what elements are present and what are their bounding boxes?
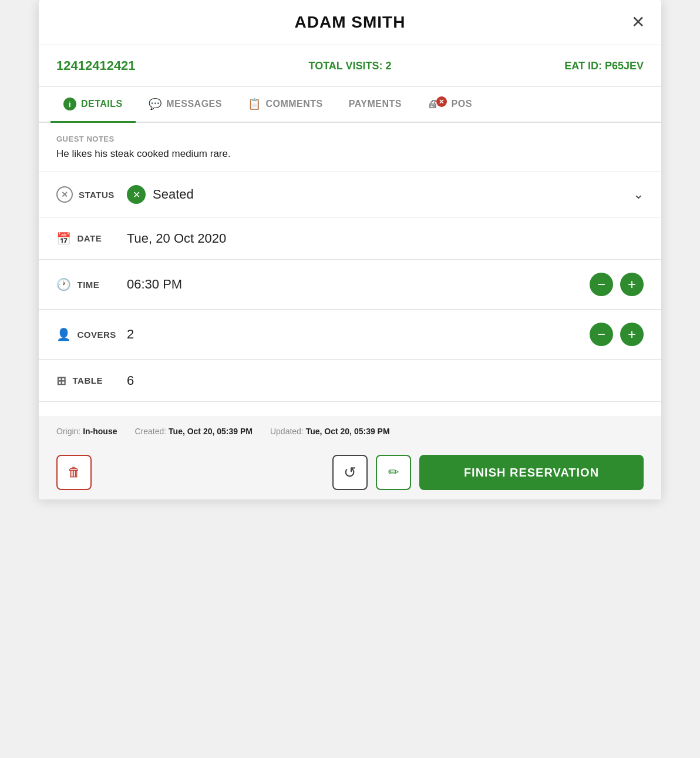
details-icon: i [63,98,76,110]
time-row: 🕐 TIME 06:30 PM − + [39,260,661,310]
status-row: ✕ STATUS ✕ Seated ⌄ [39,172,661,217]
origin-value: In-house [83,427,117,436]
reservation-modal: ADAM SMITH ✕ 12412412421 TOTAL VISITS: 2… [39,0,661,499]
clock-icon: 🕐 [56,277,72,291]
action-bar: 🗑 ↺ ✏ FINISH RESERVATION [39,445,661,499]
table-value: 6 [127,373,644,388]
modal-header: ADAM SMITH ✕ [39,0,661,45]
created-value: Tue, Oct 20, 05:39 PM [169,427,253,436]
pos-x-icon: ✕ [436,96,447,107]
eat-id-value: P65JEV [605,60,644,72]
trash-icon: 🗑 [68,465,80,480]
covers-actions: − + [590,323,644,346]
guest-name-title: ADAM SMITH [295,13,406,32]
guest-notes-label: GUEST NOTES [56,135,644,143]
date-row: 📅 DATE Tue, 20 Oct 2020 [39,217,661,260]
table-icon: ⊞ [56,374,67,388]
guest-notes-section: GUEST NOTES He likes his steak cooked me… [39,123,661,172]
tab-bar: i DETAILS 💬 MESSAGES 📋 COMMENTS PAYMENTS… [39,87,661,123]
finish-reservation-button[interactable]: FINISH RESERVATION [419,455,644,490]
total-visits-label: TOTAL VISITS: [308,60,382,72]
tab-details-label: DETAILS [81,99,123,109]
info-row: 12412412421 TOTAL VISITS: 2 EAT ID: P65J… [39,45,661,87]
tab-pos[interactable]: 🖨 ✕ POS [415,88,485,123]
history-button[interactable]: ↺ [332,455,368,490]
person-icon: 👤 [56,327,72,341]
edit-button[interactable]: ✏ [376,455,411,490]
seated-icon: ✕ [127,185,146,204]
time-increase-button[interactable]: + [620,273,644,296]
status-x-icon: ✕ [56,186,73,203]
time-decrease-button[interactable]: − [590,273,613,296]
pencil-icon: ✏ [388,465,399,480]
origin-info: Origin: In-house [56,427,117,436]
tab-messages[interactable]: 💬 MESSAGES [136,87,235,123]
tab-payments-label: PAYMENTS [349,99,402,109]
total-visits: TOTAL VISITS: 2 [252,60,447,72]
tab-messages-label: MESSAGES [166,99,222,109]
guest-notes-text: He likes his steak cooked medium rare. [56,148,644,160]
calendar-icon: 📅 [56,232,72,246]
total-visits-value: 2 [386,60,392,72]
delete-button[interactable]: 🗑 [56,455,92,490]
close-button[interactable]: ✕ [631,14,645,31]
tab-pos-label: POS [452,99,472,109]
comments-icon: 📋 [248,98,261,110]
status-value: ✕ Seated [127,185,633,204]
covers-label: 👤 COVERS [56,327,127,341]
created-info: Created: Tue, Oct 20, 05:39 PM [134,427,253,436]
covers-value: 2 [127,327,590,342]
tab-payments[interactable]: PAYMENTS [336,88,415,122]
status-chevron-icon[interactable]: ⌄ [633,187,644,202]
footer-meta: Origin: In-house Created: Tue, Oct 20, 0… [39,417,661,445]
table-label: ⊞ TABLE [56,374,127,388]
covers-decrease-button[interactable]: − [590,323,613,346]
date-label: 📅 DATE [56,232,127,246]
history-icon: ↺ [344,464,356,482]
updated-info: Updated: Tue, Oct 20, 05:39 PM [270,427,390,436]
updated-value: Tue, Oct 20, 05:39 PM [306,427,390,436]
time-label: 🕐 TIME [56,277,127,291]
status-label: ✕ STATUS [56,186,127,203]
time-value: 06:30 PM [127,277,590,292]
time-actions: − + [590,273,644,296]
pos-icons: 🖨 ✕ [428,98,447,110]
covers-increase-button[interactable]: + [620,323,644,346]
tab-comments[interactable]: 📋 COMMENTS [235,87,336,123]
messages-icon: 💬 [149,98,162,110]
tab-content: GUEST NOTES He likes his steak cooked me… [39,123,661,417]
phone-number: 12412412421 [56,58,252,73]
eat-id-label: EAT ID: [564,60,602,72]
tab-comments-label: COMMENTS [265,99,322,109]
tab-details[interactable]: i DETAILS [51,87,136,123]
covers-row: 👤 COVERS 2 − + [39,310,661,360]
date-value: Tue, 20 Oct 2020 [127,231,644,246]
eat-id: EAT ID: P65JEV [448,60,644,72]
table-row: ⊞ TABLE 6 [39,360,661,402]
